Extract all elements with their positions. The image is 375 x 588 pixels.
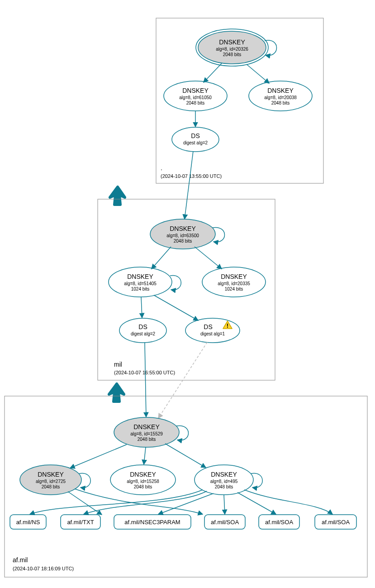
edge-root-ksk-zsk1 (204, 63, 222, 82)
svg-text:alg=8, id=63500: alg=8, id=63500 (166, 233, 199, 238)
edge-mil-ds1-af-ksk (145, 343, 146, 417)
node-af-zsk2: DNSKEY alg=8, id=15258 2048 bits (110, 465, 176, 495)
svg-text:DNSKEY: DNSKEY (182, 87, 209, 94)
node-af-zsk1: DNSKEY alg=8, id=2725 2048 bits (20, 465, 81, 495)
svg-text:digest alg=2: digest alg=2 (131, 331, 156, 336)
zone-afmil-label: af.mil (13, 556, 28, 564)
zone-root-label: . (161, 164, 162, 172)
edge-mil-zsk1-ds2 (154, 295, 198, 320)
svg-text:af.mil/TXT: af.mil/TXT (67, 519, 94, 526)
svg-text:DNSKEY: DNSKEY (219, 38, 245, 46)
svg-text:alg=8, id=51405: alg=8, id=51405 (124, 281, 157, 286)
node-rr-nsec3: af.mil/NSEC3PARAM (114, 515, 191, 529)
node-af-ksk: DNSKEY alg=8, id=15529 2048 bits (114, 417, 179, 447)
zone-root-date: (2024-10-07 13:55:00 UTC) (161, 173, 222, 179)
svg-text:af.mil/SOA: af.mil/SOA (211, 519, 239, 526)
svg-text:2048 bits: 2048 bits (186, 100, 205, 105)
svg-point-13 (172, 127, 219, 152)
svg-text:alg=8, id=61050: alg=8, id=61050 (179, 95, 212, 100)
node-mil-ksk: DNSKEY alg=8, id=63500 2048 bits (150, 219, 215, 249)
zone-arrow-root-mil (110, 187, 125, 205)
node-root-zsk1: DNSKEY alg=8, id=61050 2048 bits (164, 81, 227, 111)
node-root-ksk: DNSKEY alg=8, id=20326 2048 bits (196, 29, 268, 66)
svg-text:alg=8, id=20038: alg=8, id=20038 (264, 95, 297, 100)
svg-text:DS: DS (138, 323, 147, 330)
svg-text:DNSKEY: DNSKEY (133, 423, 160, 430)
svg-text:2048 bits: 2048 bits (223, 52, 242, 57)
node-mil-zsk2: DNSKEY alg=8, id=20335 1024 bits (202, 267, 266, 297)
node-rr-soa3: af.mil/SOA (315, 515, 356, 529)
edge-af-ksk-zsk1 (70, 445, 127, 468)
svg-point-28 (119, 318, 166, 343)
svg-text:alg=8, id=20335: alg=8, id=20335 (218, 281, 250, 286)
svg-text:2048 bits: 2048 bits (174, 239, 192, 244)
svg-text:DNSKEY: DNSKEY (221, 273, 247, 280)
dnssec-graph: . (2024-10-07 13:55:00 UTC) DNSKEY alg=8… (0, 0, 375, 588)
node-rr-txt: af.mil/TXT (61, 515, 100, 529)
edge-af-ksk-zsk3 (165, 444, 206, 468)
svg-text:alg=8, id=20326: alg=8, id=20326 (216, 47, 248, 52)
edge-mil-ksk-zsk1 (152, 247, 171, 269)
svg-text:DNSKEY: DNSKEY (127, 273, 153, 280)
edge-root-ksk-zsk2 (247, 64, 269, 83)
svg-text:DS: DS (204, 323, 212, 330)
edge-af-ksk-zsk2 (144, 447, 146, 464)
edge-zsk1-txt (68, 492, 102, 515)
svg-text:digest alg=2: digest alg=2 (183, 140, 208, 145)
svg-text:af.mil/NS: af.mil/NS (16, 519, 40, 526)
svg-text:af.mil/NSEC3PARAM: af.mil/NSEC3PARAM (124, 519, 180, 526)
edge-zsk3-soa1 (224, 495, 225, 514)
svg-text:2048 bits: 2048 bits (42, 484, 60, 489)
svg-text:DS: DS (191, 132, 199, 139)
node-mil-zsk1: DNSKEY alg=8, id=51405 1024 bits (109, 267, 172, 297)
edge-mil-zsk1-ds1 (141, 297, 142, 318)
svg-text:DNSKEY: DNSKEY (211, 471, 237, 478)
svg-text:alg=8, id=2725: alg=8, id=2725 (36, 479, 66, 484)
svg-point-31 (185, 318, 240, 343)
zone-mil-label: mil (114, 361, 122, 368)
node-mil-ds2: DS digest alg=1 ! (185, 318, 240, 343)
svg-text:alg=8, id=495: alg=8, id=495 (210, 479, 238, 484)
node-rr-soa1: af.mil/SOA (204, 515, 245, 529)
svg-text:alg=8, id=15529: alg=8, id=15529 (130, 431, 163, 436)
zone-arrow-mil-afmil (109, 384, 124, 402)
edge-zsk3-soa3 (244, 490, 332, 514)
node-rr-soa2: af.mil/SOA (259, 515, 299, 529)
svg-text:1024 bits: 1024 bits (225, 287, 243, 292)
svg-text:DNSKEY: DNSKEY (170, 225, 196, 232)
svg-text:1024 bits: 1024 bits (131, 287, 150, 292)
edge-root-ds-mil-ksk (185, 151, 193, 219)
svg-text:digest alg=1: digest alg=1 (200, 331, 225, 336)
svg-text:2048 bits: 2048 bits (271, 100, 290, 105)
svg-text:!: ! (227, 322, 228, 329)
svg-text:2048 bits: 2048 bits (138, 437, 156, 442)
node-af-zsk3: DNSKEY alg=8, id=495 2048 bits (195, 465, 253, 495)
edge-zsk3-nsec3 (158, 493, 214, 514)
node-root-ds: DS digest alg=2 (172, 127, 219, 152)
node-rr-ns: af.mil/NS (10, 515, 46, 529)
svg-text:2048 bits: 2048 bits (134, 484, 152, 489)
zone-mil-date: (2024-10-07 16:55:00 UTC) (114, 370, 175, 375)
node-mil-ds1: DS digest alg=2 (119, 318, 166, 343)
svg-text:2048 bits: 2048 bits (215, 484, 233, 489)
svg-text:af.mil/SOA: af.mil/SOA (265, 519, 293, 526)
svg-text:af.mil/SOA: af.mil/SOA (322, 519, 350, 526)
svg-text:DNSKEY: DNSKEY (267, 87, 294, 94)
edge-mil-ksk-zsk2 (195, 247, 222, 269)
svg-text:alg=8, id=15258: alg=8, id=15258 (127, 479, 159, 484)
zone-afmil-date: (2024-10-07 18:16:09 UTC) (13, 566, 74, 571)
svg-text:DNSKEY: DNSKEY (38, 471, 64, 478)
svg-text:DNSKEY: DNSKEY (130, 471, 156, 478)
edge-zsk3-soa2 (237, 492, 276, 514)
node-root-zsk2: DNSKEY alg=8, id=20038 2048 bits (249, 81, 312, 111)
